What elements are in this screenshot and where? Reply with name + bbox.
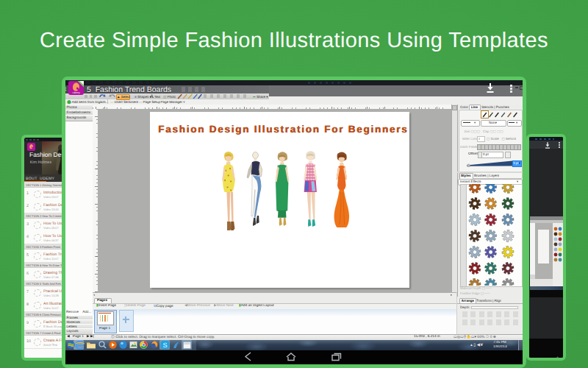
svg-text:udemy: udemy (72, 91, 80, 94)
svg-text:S: S (162, 342, 167, 349)
